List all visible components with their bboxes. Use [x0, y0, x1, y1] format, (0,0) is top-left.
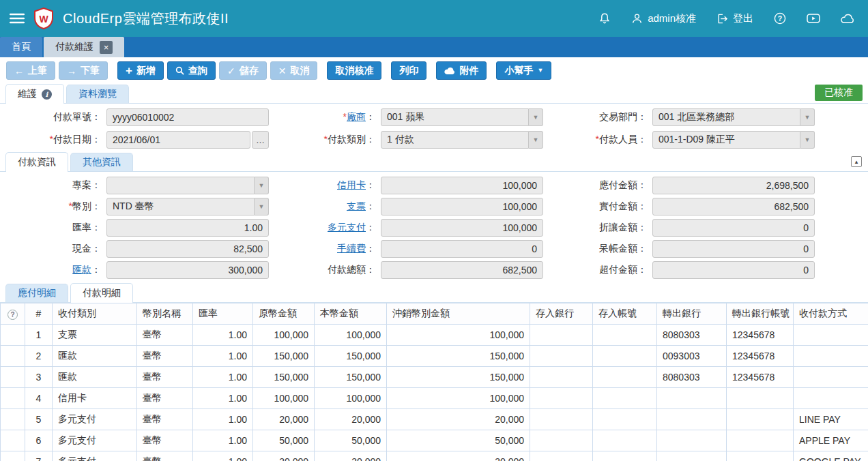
next-record-button[interactable]: → 下筆: [59, 61, 108, 80]
dropdown-arrow-icon[interactable]: ▼: [529, 131, 543, 149]
add-button[interactable]: + 新增: [117, 61, 164, 80]
rate-input[interactable]: 1.00: [106, 219, 269, 237]
grid-row[interactable]: 3匯款臺幣1.00150,000150,000150,0008080303123…: [1, 367, 868, 388]
grid-row[interactable]: 7多元支付臺幣1.0030,00030,00030,000GOOGLE PAY: [1, 451, 868, 461]
attachment-button[interactable]: 附件: [436, 61, 487, 80]
payment-type-input[interactable]: 1 付款: [381, 131, 529, 149]
grid-col-header[interactable]: 本幣金額: [315, 303, 387, 325]
grid-col-header[interactable]: 存入帳號: [593, 303, 657, 325]
dropdown-arrow-icon[interactable]: ▼: [800, 108, 815, 126]
dept-input[interactable]: 001 北區業務總部: [652, 108, 800, 126]
grid-row[interactable]: 2匯款臺幣1.00150,000150,000150,0000093003123…: [1, 346, 868, 367]
grid-col-header[interactable]: 收付類別: [53, 303, 137, 325]
vendor-input[interactable]: 001 蘋果: [381, 108, 529, 126]
tab-payment-info[interactable]: 付款資訊: [5, 152, 68, 172]
cancel-button[interactable]: ✕ 取消: [270, 61, 318, 80]
remittance-link[interactable]: 匯款: [72, 264, 91, 275]
credit-card-input[interactable]: 100,000: [381, 177, 543, 194]
print-button[interactable]: 列印: [391, 61, 426, 80]
grid-row[interactable]: 5多元支付臺幣1.0020,00020,00020,000LINE PAY: [1, 409, 868, 430]
cloud-icon[interactable]: [841, 14, 854, 24]
grid-row-selector[interactable]: [1, 451, 25, 461]
grid-row-selector[interactable]: [1, 409, 25, 430]
payment-no-input[interactable]: yyyy06010002: [106, 108, 269, 126]
tab-payment-maintenance[interactable]: 付款維護 ×: [44, 37, 124, 57]
grid-cell: 30,000: [387, 451, 530, 461]
grid-cell: 6: [25, 430, 53, 451]
grid-cell: [530, 430, 593, 451]
tab-home[interactable]: 首頁: [0, 37, 42, 57]
prev-record-button[interactable]: ← 上筆: [6, 61, 55, 80]
multi-pay-link[interactable]: 多元支付: [328, 222, 366, 233]
grid-row-selector[interactable]: [1, 388, 25, 409]
helper-button[interactable]: 小幫手 ▼: [496, 61, 551, 80]
date-picker-button[interactable]: …: [252, 131, 269, 149]
grid-cell: 50,000: [387, 430, 530, 451]
credit-card-link[interactable]: 信用卡: [337, 179, 366, 190]
dropdown-arrow-icon[interactable]: ▼: [800, 131, 815, 149]
grid-row[interactable]: 1支票臺幣1.00100,000100,000100,0008080303123…: [1, 325, 868, 346]
grid-row-selector[interactable]: [1, 325, 25, 346]
grid-row[interactable]: 4信用卡臺幣1.00100,000100,000100,000: [1, 388, 868, 409]
payment-date-input[interactable]: 2021/06/01: [106, 131, 250, 149]
grid-col-header[interactable]: 幣別名稱: [137, 303, 193, 325]
save-button[interactable]: ✓ 儲存: [219, 61, 267, 80]
paid-amount-input[interactable]: 682,500: [652, 198, 815, 215]
allowance-input[interactable]: 0: [652, 219, 815, 237]
grid-row-selector[interactable]: [1, 367, 25, 388]
grid-cell: [657, 409, 727, 430]
menu-icon[interactable]: [10, 13, 25, 24]
remittance-input[interactable]: 300,000: [106, 261, 269, 279]
grid-cell: [794, 325, 868, 346]
user-menu[interactable]: admin核准: [631, 12, 696, 25]
grid-col-header[interactable]: 原幣金額: [253, 303, 315, 325]
grid-col-header[interactable]: 存入銀行: [530, 303, 593, 325]
grid-col-header[interactable]: #: [25, 303, 53, 325]
project-input[interactable]: [106, 177, 255, 194]
grid-col-header[interactable]: 收付款方式: [794, 303, 868, 325]
video-icon[interactable]: [807, 13, 820, 24]
grid-col-header[interactable]: 轉出銀行帳號: [727, 303, 794, 325]
grid-cell: [727, 409, 794, 430]
field-currency: *幣別： NTD 臺幣▼: [5, 198, 280, 215]
dropdown-arrow-icon[interactable]: ▼: [255, 198, 269, 215]
logout-button[interactable]: 登出: [717, 12, 753, 25]
payable-amount-input[interactable]: 2,698,500: [652, 177, 815, 194]
payer-input[interactable]: 001-1-D09 陳正平: [652, 131, 800, 149]
search-icon: [175, 66, 184, 75]
notifications-icon[interactable]: [598, 12, 611, 25]
tab-other-info[interactable]: 其他資訊: [70, 153, 133, 171]
grid-row[interactable]: 6多元支付臺幣1.0050,00050,00050,000APPLE PAY: [1, 430, 868, 451]
app-title: CloudErp雲端管理布政使II: [63, 10, 229, 28]
grid-col-header[interactable]: 轉出銀行: [657, 303, 727, 325]
cash-input[interactable]: 82,500: [106, 240, 269, 258]
overpaid-input[interactable]: 0: [652, 261, 815, 279]
help-icon[interactable]: ?: [774, 12, 786, 25]
grid-help-icon[interactable]: ?: [8, 310, 18, 320]
dropdown-arrow-icon[interactable]: ▼: [529, 108, 543, 126]
vendor-link[interactable]: 廠商: [347, 111, 366, 122]
tab-payable-detail[interactable]: 應付明細: [5, 284, 68, 302]
check-input[interactable]: 100,000: [381, 198, 543, 215]
query-button[interactable]: 查詢: [167, 61, 216, 80]
app-logo: W: [33, 8, 54, 29]
dropdown-arrow-icon[interactable]: ▼: [255, 177, 269, 194]
grid-row-selector[interactable]: [1, 430, 25, 451]
fee-input[interactable]: 0: [381, 240, 543, 258]
tab-maintain[interactable]: 維護 i: [5, 84, 64, 104]
bad-debt-input[interactable]: 0: [652, 240, 815, 258]
tab-payment-detail[interactable]: 付款明細: [70, 283, 133, 303]
cancel-approval-button[interactable]: 取消核准: [327, 61, 381, 80]
currency-input[interactable]: NTD 臺幣: [106, 198, 255, 215]
collapse-panel-icon[interactable]: ▴: [851, 156, 862, 167]
grid-row-selector[interactable]: [1, 346, 25, 367]
tab-data-browse[interactable]: 資料瀏覽: [66, 85, 129, 103]
grid-col-header[interactable]: 匯率: [193, 303, 253, 325]
grid-col-header[interactable]: 沖銷幣別金額: [387, 303, 530, 325]
check-link[interactable]: 支票: [347, 200, 366, 211]
close-tab-icon[interactable]: ×: [100, 41, 113, 54]
payment-total-input[interactable]: 682,500: [381, 261, 543, 279]
fee-link[interactable]: 手續費: [337, 243, 366, 254]
multi-pay-input[interactable]: 100,000: [381, 219, 543, 237]
colon: ：: [366, 111, 375, 122]
